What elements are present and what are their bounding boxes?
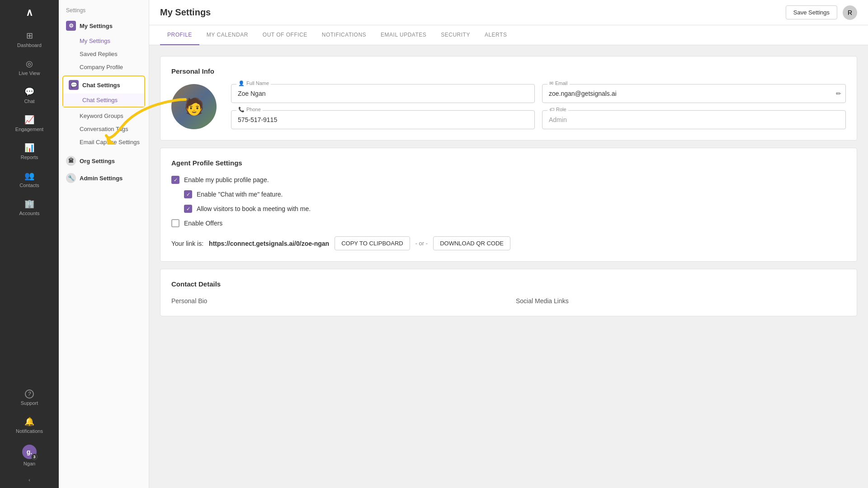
- social-media-label: Social Media Links: [516, 297, 569, 305]
- save-settings-button[interactable]: Save Settings: [786, 5, 837, 19]
- chat-settings-label: Chat Settings: [82, 82, 120, 89]
- settings-sub-saved-replies[interactable]: Saved Replies: [59, 47, 149, 61]
- engagement-icon: 📈: [24, 115, 34, 125]
- agent-link-row: Your link is: https://connect.getsignals…: [171, 236, 846, 250]
- full-name-label: 👤Full Name: [236, 80, 271, 86]
- chat-settings-icon: 💬: [69, 80, 79, 90]
- role-field-group: 🏷Role: [542, 110, 846, 129]
- sidebar-item-support[interactable]: ? Support: [0, 384, 59, 411]
- checkbox-enable-offers[interactable]: ✓ Enable Offers: [171, 219, 846, 227]
- settings-sub-conversation-tags[interactable]: Conversation Tags: [59, 122, 149, 136]
- checkbox-book-meeting-label: Allow visitors to book a meeting with me…: [197, 205, 311, 212]
- contact-details-heading: Contact Details: [171, 280, 846, 288]
- checkbox-enable-offers-label: Enable Offers: [184, 220, 222, 227]
- email-field-group: ✉Email ✏: [542, 84, 846, 103]
- sidebar-item-liveview[interactable]: ◎ Live View: [0, 53, 59, 81]
- checkbox-public-profile-box[interactable]: ✓: [171, 176, 179, 184]
- page-title: My Settings: [160, 7, 211, 18]
- profile-photo[interactable]: 🧑: [171, 84, 217, 129]
- phone-label: 📞Phone: [236, 107, 263, 113]
- main-content: My Settings Save Settings R PROFILE MY C…: [149, 0, 868, 488]
- tab-out-of-office[interactable]: OUT OF OFFICE: [255, 25, 315, 45]
- settings-sub-chat-settings[interactable]: Chat Settings: [63, 94, 144, 107]
- role-input[interactable]: [542, 110, 846, 129]
- phone-field-group: 📞Phone: [231, 110, 535, 129]
- checkbox-book-meeting-box[interactable]: ✓: [184, 205, 192, 213]
- checkbox-book-meeting[interactable]: ✓ Allow visitors to book a meeting with …: [184, 205, 846, 213]
- liveview-icon: ◎: [26, 59, 33, 69]
- sidebar-item-reports[interactable]: 📊 Reports: [0, 137, 59, 165]
- contact-col-bio: Personal Bio: [171, 297, 501, 305]
- settings-admin-header[interactable]: 🔧 Admin Settings: [59, 169, 149, 187]
- settings-sidebar-title: Settings: [59, 7, 149, 17]
- checkbox-chat-with-me[interactable]: ✓ Enable "Chat with me" feature.: [184, 190, 846, 198]
- email-edit-icon[interactable]: ✏: [836, 90, 841, 97]
- copy-to-clipboard-button[interactable]: COPY TO CLIPBOARD: [335, 236, 410, 250]
- full-name-input[interactable]: [231, 84, 535, 103]
- sidebar-collapse-button[interactable]: ‹: [0, 472, 59, 488]
- admin-icon: 🔧: [66, 173, 76, 183]
- link-prefix: Your link is:: [171, 240, 203, 247]
- top-header: My Settings Save Settings R: [149, 0, 868, 25]
- notifications-icon: 🔔: [24, 417, 34, 427]
- app-logo[interactable]: ∧: [21, 5, 38, 21]
- tab-notifications[interactable]: NOTIFICATIONS: [315, 25, 373, 45]
- phone-input[interactable]: [231, 110, 535, 129]
- profile-photo-area: 🧑: [171, 84, 217, 129]
- email-label: ✉Email: [547, 80, 570, 86]
- left-navigation: ∧ ⊞ Dashboard ◎ Live View 💬 Chat 📈 Engag…: [0, 0, 59, 488]
- checkbox-enable-offers-box[interactable]: ✓: [171, 219, 179, 227]
- role-label: 🏷Role: [547, 107, 568, 112]
- contact-details-section: Contact Details Personal Bio Social Medi…: [160, 269, 857, 316]
- reports-icon: 📊: [24, 143, 34, 153]
- collapse-icon: ‹: [28, 477, 30, 483]
- settings-sub-email-capture[interactable]: Email Capture Settings: [59, 136, 149, 149]
- contacts-icon: 👥: [24, 171, 34, 181]
- tab-alerts[interactable]: ALERTS: [477, 25, 514, 45]
- personal-info-layout: 🧑 👤Full Name ✉Email: [171, 84, 846, 129]
- org-icon: 🏛: [66, 156, 76, 166]
- checkbox-public-profile[interactable]: ✓ Enable my public profile page.: [171, 176, 846, 184]
- settings-org-header[interactable]: 🏛 Org Settings: [59, 152, 149, 169]
- contact-details-layout: Personal Bio Social Media Links: [171, 297, 846, 305]
- email-input[interactable]: [542, 84, 846, 103]
- my-settings-label: My Settings: [80, 23, 113, 29]
- sidebar-item-dashboard[interactable]: ⊞ Dashboard: [0, 25, 59, 53]
- settings-chat-settings-header[interactable]: 💬 Chat Settings: [63, 76, 144, 94]
- settings-sub-company-profile[interactable]: Company Profile: [59, 61, 149, 74]
- header-user-avatar[interactable]: R: [843, 5, 857, 20]
- chat-settings-highlighted-box: 💬 Chat Settings Chat Settings: [62, 75, 145, 108]
- sidebar-item-accounts[interactable]: 🏢 Accounts: [0, 193, 59, 221]
- settings-my-settings-header[interactable]: ⚙ My Settings: [59, 17, 149, 34]
- personal-bio-label: Personal Bio: [171, 297, 207, 305]
- personal-info-heading: Personal Info: [171, 67, 846, 75]
- support-icon: ?: [25, 389, 34, 399]
- contact-col-social: Social Media Links: [516, 297, 846, 305]
- personal-info-section: Personal Info 🧑 👤Full Name: [160, 56, 857, 141]
- settings-sub-keyword-groups[interactable]: Keyword Groups: [59, 109, 149, 122]
- tab-profile[interactable]: PROFILE: [160, 25, 199, 45]
- sidebar-item-engagement[interactable]: 📈 Engagement: [0, 109, 59, 137]
- checkbox-chat-with-me-label: Enable "Chat with me" feature.: [197, 191, 283, 198]
- tab-security[interactable]: SECURITY: [434, 25, 477, 45]
- settings-sub-my-settings[interactable]: My Settings: [59, 34, 149, 47]
- checkbox-chat-with-me-box[interactable]: ✓: [184, 190, 192, 198]
- nav-bottom: ? Support 🔔 Notifications g. 3 Ngan ‹: [0, 384, 59, 488]
- agent-profile-heading: Agent Profile Settings: [171, 159, 846, 167]
- sidebar-item-contacts[interactable]: 👥 Contacts: [0, 165, 59, 193]
- tabs-bar: PROFILE MY CALENDAR OUT OF OFFICE NOTIFI…: [149, 25, 868, 45]
- user-avatar-circle: g. 3: [22, 445, 37, 459]
- user-avatar-nav[interactable]: g. 3 Ngan: [0, 439, 59, 472]
- my-settings-icon: ⚙: [66, 21, 76, 31]
- sidebar-item-notifications[interactable]: 🔔 Notifications: [0, 411, 59, 439]
- download-qr-code-button[interactable]: DOWNLOAD QR CODE: [433, 236, 510, 250]
- sidebar-item-chat[interactable]: 💬 Chat: [0, 81, 59, 109]
- link-or-separator: - or -: [415, 240, 428, 247]
- tab-my-calendar[interactable]: MY CALENDAR: [199, 25, 255, 45]
- full-name-field-group: 👤Full Name: [231, 84, 535, 103]
- admin-label: Admin Settings: [80, 175, 123, 182]
- agent-link-url: https://connect.getsignals.ai/0/zoe-ngan: [209, 240, 329, 247]
- dashboard-icon: ⊞: [26, 31, 33, 41]
- tab-email-updates[interactable]: EMAIL UPDATES: [373, 25, 434, 45]
- avatar-badge: 3: [31, 454, 38, 460]
